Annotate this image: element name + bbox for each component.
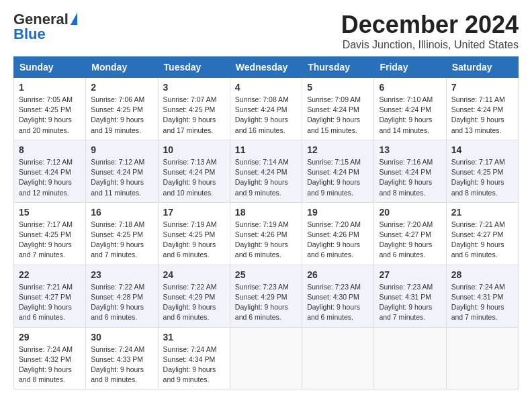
day-header-monday: Monday bbox=[86, 57, 158, 78]
day-number: 27 bbox=[379, 269, 441, 280]
calendar-week-5: 29 Sunrise: 7:24 AMSunset: 4:32 PMDaylig… bbox=[14, 327, 519, 390]
calendar-cell: 23 Sunrise: 7:22 AMSunset: 4:28 PMDaylig… bbox=[86, 265, 158, 327]
day-number: 15 bbox=[19, 207, 81, 218]
calendar-cell: 31 Sunrise: 7:24 AMSunset: 4:34 PMDaylig… bbox=[158, 327, 230, 390]
day-number: 2 bbox=[91, 82, 152, 93]
day-number: 5 bbox=[307, 82, 369, 93]
cell-info: Sunrise: 7:12 AMSunset: 4:24 PMDaylight:… bbox=[91, 158, 144, 197]
calendar-cell bbox=[302, 327, 374, 390]
cell-info: Sunrise: 7:23 AMSunset: 4:30 PMDaylight:… bbox=[307, 283, 361, 322]
cell-info: Sunrise: 7:14 AMSunset: 4:24 PMDaylight:… bbox=[235, 158, 289, 197]
cell-info: Sunrise: 7:22 AMSunset: 4:28 PMDaylight:… bbox=[91, 283, 144, 322]
cell-info: Sunrise: 7:20 AMSunset: 4:27 PMDaylight:… bbox=[379, 220, 433, 259]
cell-info: Sunrise: 7:08 AMSunset: 4:24 PMDaylight:… bbox=[235, 95, 289, 134]
cell-info: Sunrise: 7:07 AMSunset: 4:25 PMDaylight:… bbox=[163, 95, 217, 134]
calendar-cell: 13 Sunrise: 7:16 AMSunset: 4:24 PMDaylig… bbox=[374, 140, 446, 202]
day-number: 24 bbox=[163, 269, 225, 280]
day-number: 23 bbox=[91, 269, 152, 280]
cell-info: Sunrise: 7:09 AMSunset: 4:24 PMDaylight:… bbox=[307, 95, 361, 134]
calendar-cell: 10 Sunrise: 7:13 AMSunset: 4:24 PMDaylig… bbox=[158, 140, 230, 202]
day-number: 16 bbox=[91, 207, 152, 218]
day-header-saturday: Saturday bbox=[446, 57, 518, 78]
day-number: 3 bbox=[163, 82, 225, 93]
calendar-cell: 27 Sunrise: 7:23 AMSunset: 4:31 PMDaylig… bbox=[374, 265, 446, 327]
calendar-cell: 26 Sunrise: 7:23 AMSunset: 4:30 PMDaylig… bbox=[302, 265, 374, 327]
cell-info: Sunrise: 7:24 AMSunset: 4:31 PMDaylight:… bbox=[451, 283, 505, 322]
day-header-wednesday: Wednesday bbox=[230, 57, 302, 78]
calendar-table: SundayMondayTuesdayWednesdayThursdayFrid… bbox=[13, 56, 519, 390]
calendar-week-1: 1 Sunrise: 7:05 AMSunset: 4:25 PMDayligh… bbox=[14, 78, 519, 140]
calendar-cell: 25 Sunrise: 7:23 AMSunset: 4:29 PMDaylig… bbox=[230, 265, 302, 327]
day-number: 4 bbox=[235, 82, 297, 93]
day-number: 26 bbox=[307, 269, 369, 280]
cell-info: Sunrise: 7:15 AMSunset: 4:24 PMDaylight:… bbox=[307, 158, 361, 197]
calendar-cell: 11 Sunrise: 7:14 AMSunset: 4:24 PMDaylig… bbox=[230, 140, 302, 202]
cell-info: Sunrise: 7:11 AMSunset: 4:24 PMDaylight:… bbox=[451, 95, 505, 134]
day-number: 6 bbox=[379, 82, 441, 93]
calendar-cell: 24 Sunrise: 7:22 AMSunset: 4:29 PMDaylig… bbox=[158, 265, 230, 327]
day-number: 20 bbox=[379, 207, 441, 218]
day-number: 30 bbox=[91, 332, 152, 342]
day-number: 7 bbox=[451, 82, 513, 93]
day-number: 10 bbox=[163, 144, 225, 155]
day-number: 14 bbox=[451, 144, 513, 155]
day-header-friday: Friday bbox=[374, 57, 446, 78]
calendar-cell: 8 Sunrise: 7:12 AMSunset: 4:24 PMDayligh… bbox=[14, 140, 86, 202]
cell-info: Sunrise: 7:21 AMSunset: 4:27 PMDaylight:… bbox=[19, 283, 73, 322]
calendar-week-3: 15 Sunrise: 7:17 AMSunset: 4:25 PMDaylig… bbox=[14, 202, 519, 265]
calendar-cell bbox=[374, 327, 446, 390]
cell-info: Sunrise: 7:22 AMSunset: 4:29 PMDaylight:… bbox=[163, 283, 217, 322]
calendar-cell: 20 Sunrise: 7:20 AMSunset: 4:27 PMDaylig… bbox=[374, 202, 446, 265]
cell-info: Sunrise: 7:23 AMSunset: 4:31 PMDaylight:… bbox=[379, 283, 433, 322]
calendar-cell: 18 Sunrise: 7:19 AMSunset: 4:26 PMDaylig… bbox=[230, 202, 302, 265]
calendar-week-2: 8 Sunrise: 7:12 AMSunset: 4:24 PMDayligh… bbox=[14, 140, 519, 202]
day-header-sunday: Sunday bbox=[14, 57, 86, 78]
calendar-cell: 1 Sunrise: 7:05 AMSunset: 4:25 PMDayligh… bbox=[14, 78, 86, 140]
cell-info: Sunrise: 7:20 AMSunset: 4:26 PMDaylight:… bbox=[307, 220, 361, 259]
calendar-cell bbox=[446, 327, 518, 390]
calendar-cell: 5 Sunrise: 7:09 AMSunset: 4:24 PMDayligh… bbox=[302, 78, 374, 140]
calendar-cell: 28 Sunrise: 7:24 AMSunset: 4:31 PMDaylig… bbox=[446, 265, 518, 327]
cell-info: Sunrise: 7:18 AMSunset: 4:25 PMDaylight:… bbox=[91, 220, 144, 259]
cell-info: Sunrise: 7:16 AMSunset: 4:24 PMDaylight:… bbox=[379, 158, 433, 197]
calendar-cell: 3 Sunrise: 7:07 AMSunset: 4:25 PMDayligh… bbox=[158, 78, 230, 140]
logo-blue-text: Blue bbox=[13, 26, 46, 43]
month-title: December 2024 bbox=[341, 11, 519, 39]
day-number: 12 bbox=[307, 144, 369, 155]
calendar-cell: 15 Sunrise: 7:17 AMSunset: 4:25 PMDaylig… bbox=[14, 202, 86, 265]
cell-info: Sunrise: 7:24 AMSunset: 4:32 PMDaylight:… bbox=[19, 345, 73, 384]
calendar-cell bbox=[230, 327, 302, 390]
calendar-body: 1 Sunrise: 7:05 AMSunset: 4:25 PMDayligh… bbox=[14, 78, 519, 390]
cell-info: Sunrise: 7:19 AMSunset: 4:25 PMDaylight:… bbox=[163, 220, 217, 259]
day-number: 29 bbox=[19, 332, 81, 342]
calendar-cell: 4 Sunrise: 7:08 AMSunset: 4:24 PMDayligh… bbox=[230, 78, 302, 140]
calendar-cell: 12 Sunrise: 7:15 AMSunset: 4:24 PMDaylig… bbox=[302, 140, 374, 202]
day-number: 13 bbox=[379, 144, 441, 155]
calendar-cell: 19 Sunrise: 7:20 AMSunset: 4:26 PMDaylig… bbox=[302, 202, 374, 265]
day-number: 11 bbox=[235, 144, 297, 155]
day-header-thursday: Thursday bbox=[302, 57, 374, 78]
calendar-cell: 14 Sunrise: 7:17 AMSunset: 4:25 PMDaylig… bbox=[446, 140, 518, 202]
cell-info: Sunrise: 7:24 AMSunset: 4:34 PMDaylight:… bbox=[163, 345, 217, 384]
cell-info: Sunrise: 7:17 AMSunset: 4:25 PMDaylight:… bbox=[19, 220, 73, 259]
calendar-cell: 7 Sunrise: 7:11 AMSunset: 4:24 PMDayligh… bbox=[446, 78, 518, 140]
calendar-cell: 6 Sunrise: 7:10 AMSunset: 4:24 PMDayligh… bbox=[374, 78, 446, 140]
cell-info: Sunrise: 7:06 AMSunset: 4:25 PMDaylight:… bbox=[91, 95, 144, 134]
day-number: 8 bbox=[19, 144, 81, 155]
calendar-cell: 21 Sunrise: 7:21 AMSunset: 4:27 PMDaylig… bbox=[446, 202, 518, 265]
header: General Blue December 2024 Davis Junctio… bbox=[13, 11, 519, 51]
day-number: 22 bbox=[19, 269, 81, 280]
cell-info: Sunrise: 7:13 AMSunset: 4:24 PMDaylight:… bbox=[163, 158, 217, 197]
calendar-cell: 2 Sunrise: 7:06 AMSunset: 4:25 PMDayligh… bbox=[86, 78, 158, 140]
day-number: 25 bbox=[235, 269, 297, 280]
calendar-cell: 16 Sunrise: 7:18 AMSunset: 4:25 PMDaylig… bbox=[86, 202, 158, 265]
day-number: 18 bbox=[235, 207, 297, 218]
day-number: 28 bbox=[451, 269, 513, 280]
logo-triangle-icon bbox=[71, 13, 77, 25]
cell-info: Sunrise: 7:10 AMSunset: 4:24 PMDaylight:… bbox=[379, 95, 433, 134]
title-area: December 2024 Davis Junction, Illinois, … bbox=[341, 11, 519, 51]
location-title: Davis Junction, Illinois, United States bbox=[341, 39, 519, 51]
calendar-cell: 30 Sunrise: 7:24 AMSunset: 4:33 PMDaylig… bbox=[86, 327, 158, 390]
cell-info: Sunrise: 7:12 AMSunset: 4:24 PMDaylight:… bbox=[19, 158, 73, 197]
calendar-cell: 22 Sunrise: 7:21 AMSunset: 4:27 PMDaylig… bbox=[14, 265, 86, 327]
